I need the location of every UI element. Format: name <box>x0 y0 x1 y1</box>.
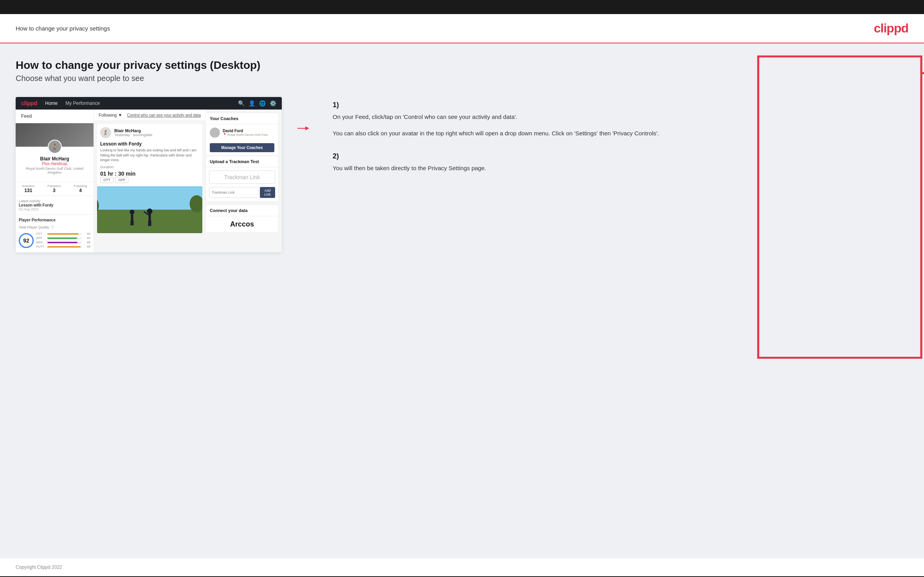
globe-icon[interactable]: 🌐 <box>259 100 266 106</box>
bar-putt-track <box>47 246 82 248</box>
post-image <box>97 186 202 233</box>
feed-post: 🏌 Blair McHarg Yesterday · Sunningdale L… <box>97 124 202 233</box>
connect-card: Connect your data Arccos <box>205 205 279 233</box>
main-content: How to change your privacy settings (Des… <box>0 43 924 558</box>
svg-rect-12 <box>131 221 132 225</box>
breadcrumb: How to change your privacy settings <box>16 25 110 32</box>
latest-activity-label: Latest Activity <box>19 199 90 203</box>
page-title: How to change your privacy settings (Des… <box>16 59 908 72</box>
nav-home[interactable]: Home <box>45 101 58 106</box>
stat-activities: Activities 131 <box>22 184 35 193</box>
total-player-quality-label: Total Player Quality <box>19 225 49 229</box>
trackman-input[interactable] <box>209 187 258 198</box>
trackman-placeholder: Trackman Link <box>209 171 275 184</box>
bar-putt-label: PUTT <box>36 245 46 248</box>
post-author-info: Blair McHarg Yesterday · Sunningdale <box>114 128 152 137</box>
stat-followers-value: 3 <box>47 188 61 193</box>
feed-tab[interactable]: Feed <box>16 110 94 123</box>
post-duration-label: Duration <box>100 165 199 169</box>
control-privacy-link[interactable]: Control who can see your activity and da… <box>127 113 201 117</box>
add-link-button[interactable]: Add Link <box>260 187 275 198</box>
bar-arg-value: 86 <box>83 241 90 244</box>
profile-club: Royal North Devon Golf Club, United King… <box>19 167 90 174</box>
post-title: Lesson with Fordy <box>100 141 199 147</box>
post-tags: OTT APP <box>100 177 199 183</box>
svg-rect-0 <box>97 186 202 210</box>
step1-number: 1) <box>333 101 908 109</box>
coaches-card: Your Coaches David Ford 📍 Royal North De… <box>205 113 279 156</box>
stat-followers: Followers 3 <box>47 184 61 193</box>
stat-following: Following 4 <box>74 184 87 193</box>
app-logo: clippd <box>21 100 37 106</box>
site-footer: Copyright Clippd 2022 <box>0 558 924 576</box>
trackman-card: Upload a Trackman Test Trackman Link Add… <box>205 156 279 201</box>
post-content: Lesson with Fordy Looking to feel like m… <box>97 141 202 186</box>
post-header: 🏌 Blair McHarg Yesterday · Sunningdale <box>97 124 202 141</box>
nav-right: 🔍 👤 🌐 ⚙️ <box>238 100 276 106</box>
profile-banner: 🏌 <box>16 123 94 147</box>
trackman-card-title: Upload a Trackman Test <box>206 156 278 167</box>
svg-marker-17 <box>305 126 309 130</box>
page-subtitle: Choose what you want people to see <box>16 74 908 83</box>
nav-my-performance[interactable]: My Performance <box>65 101 100 106</box>
latest-activity: Latest Activity Lesson with Fordy 03 Aug… <box>16 196 94 214</box>
svg-rect-9 <box>150 221 151 226</box>
coach-club-text: Royal North Devon Golf Club <box>227 133 268 137</box>
coach-info: David Ford 📍 Royal North Devon Golf Club <box>223 129 268 137</box>
bar-app-track <box>47 237 82 239</box>
step2-text: You will then be taken directly to the P… <box>333 164 908 173</box>
svg-rect-11 <box>131 214 133 221</box>
bar-putt: PUTT 96 <box>36 245 90 248</box>
following-button[interactable]: Following ▼ <box>99 113 122 117</box>
bar-putt-value: 96 <box>83 245 90 248</box>
instructions-panel: 1) On your Feed, click/tap on 'Control w… <box>325 97 908 187</box>
profile-handicap: Plus Handicap <box>19 162 90 166</box>
coach-name: David Ford <box>223 129 268 133</box>
connect-card-title: Connect your data <box>206 205 278 216</box>
annotation-arrow <box>297 97 309 132</box>
post-author-avatar: 🏌 <box>100 127 111 138</box>
avatar-icon[interactable]: ⚙️ <box>270 100 276 106</box>
app-feed: Following ▼ Control who can see your act… <box>94 110 205 252</box>
svg-point-5 <box>147 209 153 214</box>
bar-arg-fill <box>47 242 77 243</box>
chevron-down-icon: ▼ <box>118 113 122 117</box>
trackman-placeholder-text: Trackman Link <box>224 174 260 180</box>
app-nav: clippd Home My Performance 🔍 👤 🌐 ⚙️ <box>16 97 282 110</box>
svg-rect-13 <box>132 221 134 225</box>
manage-coaches-button[interactable]: Manage Your Coaches <box>210 143 274 152</box>
pp-title: Player Performance <box>19 218 90 222</box>
app-mockup: clippd Home My Performance 🔍 👤 🌐 ⚙️ Feed… <box>16 97 282 252</box>
post-description: Looking to feel like my hands are exitin… <box>100 148 199 163</box>
bar-putt-fill <box>47 246 81 248</box>
stat-followers-label: Followers <box>47 184 61 188</box>
bar-arg-label: ARG <box>36 241 46 244</box>
coach-item: David Ford 📍 Royal North Devon Golf Club <box>206 124 278 141</box>
latest-activity-date: 03 Aug 2022 <box>19 207 90 211</box>
app-sidebar: Feed 🏌 Blair McHarg Plus Handicap Royal … <box>16 110 94 252</box>
site-header: How to change your privacy settings clip… <box>0 14 924 43</box>
app-right-sidebar: Your Coaches David Ford 📍 Royal North De… <box>205 110 282 252</box>
avatar: 🏌 <box>48 140 62 154</box>
profile-name: Blair McHarg <box>19 156 90 162</box>
svg-point-10 <box>130 210 135 214</box>
bar-ott: OTT 90 <box>36 232 90 235</box>
copyright-text: Copyright Clippd 2022 <box>16 564 62 570</box>
bar-ott-value: 90 <box>83 232 90 235</box>
step1-extra-text: You can also click on your avatar in the… <box>333 129 908 138</box>
bar-ott-label: OTT <box>36 232 46 235</box>
user-icon[interactable]: 👤 <box>249 100 255 106</box>
tag-app: APP <box>115 177 128 183</box>
quality-row: 92 OTT 90 APP <box>19 232 90 249</box>
coaches-card-title: Your Coaches <box>206 113 278 124</box>
search-icon[interactable]: 🔍 <box>238 100 245 106</box>
instruction-step2: 2) You will then be taken directly to th… <box>333 152 908 173</box>
tag-ott: OTT <box>100 177 113 183</box>
profile-stats: Activities 131 Followers 3 Following 4 <box>16 182 94 196</box>
quality-circle: 92 <box>19 233 34 248</box>
stat-activities-value: 131 <box>22 188 35 193</box>
post-duration-value: 01 hr : 30 min <box>100 171 199 177</box>
bar-app: APP 85 <box>36 236 90 240</box>
app-body: Feed 🏌 Blair McHarg Plus Handicap Royal … <box>16 110 282 252</box>
step1-text: On your Feed, click/tap on 'Control who … <box>333 112 908 122</box>
